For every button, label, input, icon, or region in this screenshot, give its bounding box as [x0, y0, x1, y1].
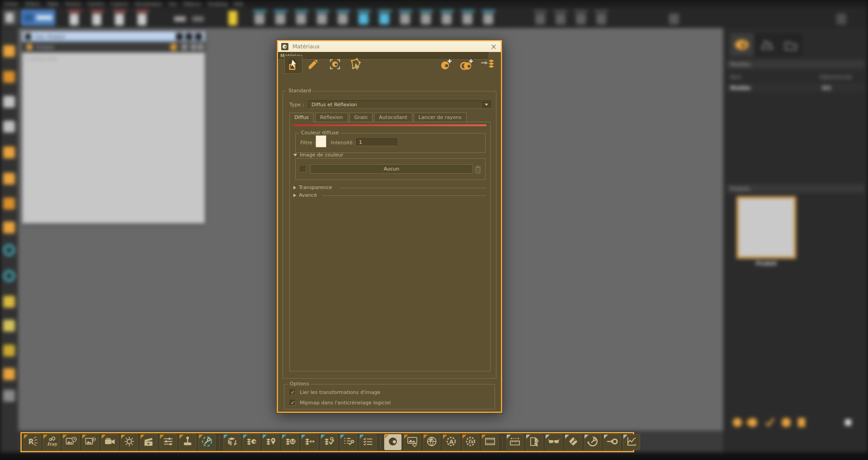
sidebar-tool-icon[interactable] — [3, 198, 15, 209]
file-icon[interactable] — [70, 14, 79, 25]
tab-grain[interactable]: Grain — [349, 113, 373, 122]
tab-lancer-de-rayons[interactable]: Lancer de rayons — [414, 113, 467, 122]
portal-editor-button[interactable] — [526, 434, 543, 450]
adjustments-button[interactable] — [160, 434, 177, 450]
group-label-dim[interactable] — [554, 10, 567, 12]
materials-icon[interactable] — [748, 418, 757, 427]
environment-layers-button[interactable] — [282, 434, 299, 450]
section-transparence[interactable]: Transparence — [293, 185, 332, 190]
group-label-teal[interactable] — [253, 10, 267, 12]
lasso-select-tool-button[interactable] — [347, 56, 365, 74]
color-image-section-header[interactable]: Image de couleur — [293, 152, 343, 158]
group-label-teal[interactable] — [378, 10, 392, 12]
tool-icon[interactable] — [535, 14, 545, 24]
tool-icon[interactable] — [576, 14, 586, 24]
tool-icon[interactable] — [296, 14, 306, 24]
cursor-icon[interactable] — [5, 13, 14, 23]
statistics-graph-button[interactable] — [623, 434, 640, 450]
sidebar-tool-icon[interactable] — [3, 345, 15, 356]
tool-icon[interactable] — [421, 14, 431, 24]
pencil-icon[interactable] — [181, 44, 188, 50]
menu-fichier[interactable]: Fichier — [5, 1, 19, 6]
section-avancé[interactable]: Avancé — [293, 192, 317, 198]
tool-icon[interactable] — [483, 14, 493, 24]
gear-icon[interactable] — [733, 418, 742, 427]
aspect-editor-button[interactable]: A — [443, 434, 460, 450]
tool-icon[interactable] — [556, 14, 566, 24]
sidebar-tool-icon[interactable] — [3, 173, 15, 185]
group-label-dim[interactable] — [533, 10, 547, 12]
chevron-down-icon[interactable] — [482, 101, 490, 108]
tab-autocollant[interactable]: Autocollant — [374, 113, 412, 122]
menu-scripting[interactable]: Scripting — [208, 1, 227, 6]
tab-réflexion[interactable]: Réflexion — [315, 113, 348, 122]
configuration-rules-button[interactable] — [340, 434, 357, 450]
render-settings-button[interactable] — [82, 434, 99, 450]
tab-diffus[interactable]: Diffus — [289, 113, 314, 123]
group-label-red[interactable] — [113, 10, 127, 12]
option-checkbox[interactable]: ✓ — [290, 400, 296, 406]
color-image-checkbox[interactable] — [300, 166, 306, 172]
checkmark-icon[interactable] — [765, 418, 774, 427]
close-icon[interactable]: × — [491, 42, 497, 51]
sidebar-tool-icon[interactable] — [3, 296, 15, 308]
group-label-teal[interactable] — [336, 10, 350, 12]
material-type-select[interactable]: Diffus et Réflexion — [308, 100, 491, 109]
model-row[interactable]: Modèle 0/1 — [726, 83, 865, 92]
sidebar-tool-icon[interactable] — [3, 222, 15, 233]
settings-icon[interactable] — [198, 44, 204, 50]
trash-icon[interactable] — [472, 164, 483, 175]
view-window[interactable]: Vue: Produit Produit Caméra libre — [22, 32, 205, 223]
trash-icon[interactable] — [798, 418, 805, 427]
navigation-controller-button[interactable] — [179, 434, 196, 450]
add-material-button[interactable] — [437, 56, 455, 74]
measurement-tool-button[interactable] — [506, 434, 524, 450]
render-image-button[interactable]: R — [24, 434, 41, 450]
product-thumbnail[interactable] — [736, 196, 796, 259]
sidebar-tool-icon[interactable] — [3, 147, 15, 158]
window-maximize-button[interactable] — [185, 33, 193, 40]
window-minimize-button[interactable] — [176, 33, 183, 40]
file-icon[interactable] — [137, 14, 146, 25]
effects-editor-button[interactable]: fx — [462, 434, 479, 450]
send-to-layers-button[interactable] — [478, 56, 496, 74]
mode-button-icon[interactable] — [24, 13, 33, 22]
eye-icon[interactable] — [782, 418, 791, 427]
tool-icon[interactable] — [442, 14, 452, 24]
images-editor-button[interactable] — [404, 434, 421, 450]
group-label-teal[interactable] — [357, 10, 371, 12]
group-label-red[interactable] — [136, 10, 149, 12]
group-label-teal[interactable] — [295, 10, 308, 12]
select-cursor-icon[interactable] — [228, 11, 237, 25]
tool-icon[interactable] — [462, 14, 472, 24]
visibility-layers-button[interactable] — [301, 434, 318, 450]
file-icon[interactable] — [115, 14, 124, 25]
small-square-icon[interactable] — [845, 419, 851, 426]
sidebar-tool-icon[interactable] — [3, 45, 15, 57]
menu-objet[interactable]: Objet — [47, 1, 59, 6]
intensity-field[interactable]: 1 — [356, 138, 397, 146]
unfold-geometry-button[interactable] — [223, 434, 241, 450]
sidebar-tool-icon[interactable] — [3, 390, 15, 402]
menu-aide[interactable]: Aide — [234, 1, 243, 6]
sidebar-tool-icon[interactable] — [3, 96, 15, 108]
menu-diteurs[interactable]: Éditeurs — [184, 1, 201, 6]
lighting-button[interactable] — [121, 434, 138, 450]
window-close-button[interactable] — [195, 33, 202, 40]
tool-icon[interactable] — [255, 14, 264, 24]
add-multilayer-material-button[interactable] — [458, 56, 476, 74]
group-label-red[interactable] — [68, 10, 81, 12]
animation-button[interactable] — [140, 434, 157, 450]
group-label-teal[interactable] — [420, 10, 433, 12]
image-none-button[interactable]: Aucun — [310, 164, 473, 174]
materials-editor-button[interactable] — [384, 434, 401, 450]
tool-icon[interactable] — [836, 14, 846, 24]
validated-layers-button[interactable] — [321, 434, 338, 450]
group-label-teal[interactable] — [461, 10, 475, 12]
environment-editor-button[interactable] — [423, 434, 440, 450]
menu-vue[interactable]: Vue — [169, 1, 177, 6]
group-label-teal[interactable] — [274, 10, 288, 12]
label-tool-button[interactable] — [565, 434, 582, 450]
menu-camra[interactable]: Caméra — [87, 1, 104, 6]
tool-icon[interactable] — [596, 14, 606, 24]
